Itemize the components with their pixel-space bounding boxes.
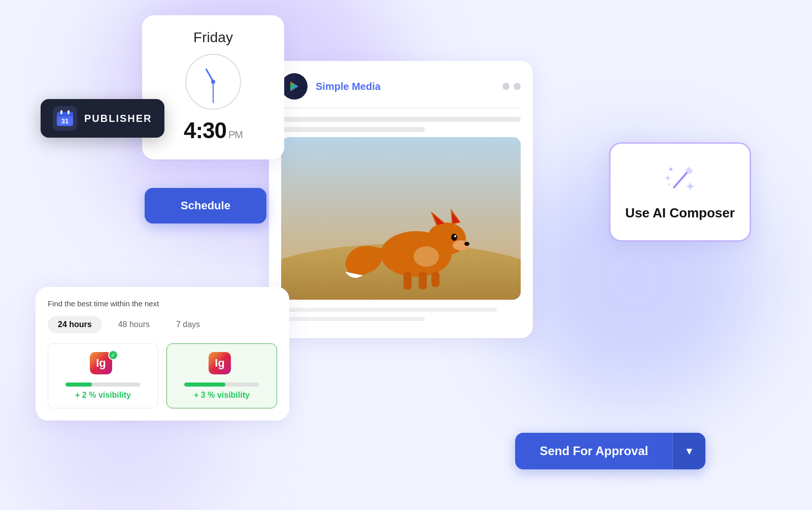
svg-point-17 — [451, 234, 457, 241]
svg-rect-21 — [431, 272, 439, 287]
ai-composer-title: Use AI Composer — [625, 205, 735, 222]
approval-dropdown-button[interactable]: ▼ — [672, 433, 705, 469]
publisher-badge: 31 PUBLISHER — [41, 99, 164, 138]
clock-day: Friday — [156, 29, 270, 46]
visibility-bar-fill-1 — [65, 382, 92, 387]
svg-rect-2 — [60, 110, 62, 114]
play-icon — [288, 80, 300, 92]
send-for-approval-button[interactable]: Send For Approval — [515, 433, 672, 469]
instagram-logo-2: Ig — [209, 352, 231, 374]
svg-rect-20 — [419, 272, 427, 290]
main-scene: 31 PUBLISHER Friday 4:30PM Schedule — [0, 0, 812, 510]
social-name: Simple Media — [316, 81, 494, 92]
social-bottom-line-2 — [281, 317, 425, 321]
tab-48-hours[interactable]: 48 hours — [108, 316, 160, 333]
chevron-down-icon: ▼ — [684, 445, 694, 457]
clock-face — [185, 54, 241, 110]
social-bottom-lines — [281, 308, 521, 321]
svg-rect-3 — [67, 110, 70, 114]
svg-rect-19 — [403, 272, 412, 290]
visibility-bar-1 — [65, 382, 140, 387]
svg-point-18 — [454, 235, 456, 237]
fox-scene-svg — [281, 137, 521, 300]
svg-marker-6 — [290, 82, 298, 91]
best-time-option-1-icon: Ig ✓ — [90, 352, 116, 378]
schedule-button[interactable]: Schedule — [145, 188, 266, 224]
fox-image — [281, 137, 521, 300]
social-avatar — [281, 73, 308, 100]
clock-time: 4:30PM — [156, 118, 270, 143]
social-dots — [502, 83, 521, 90]
ai-wand-icon — [625, 162, 735, 197]
svg-point-23 — [669, 168, 672, 171]
social-divider — [281, 108, 521, 109]
tab-7-days[interactable]: 7 days — [166, 316, 210, 333]
svg-point-22 — [414, 246, 439, 267]
best-time-options: Ig ✓ + 2 % visibility Ig + 3 % visibilit… — [48, 343, 277, 408]
magic-wand-icon — [664, 162, 696, 195]
tab-24-hours[interactable]: 24 hours — [48, 316, 102, 333]
best-time-card: Find the best time within the next 24 ho… — [36, 287, 289, 421]
publisher-label: PUBLISHER — [84, 113, 152, 124]
svg-line-26 — [674, 171, 688, 187]
visibility-bar-2 — [184, 382, 259, 387]
social-text-line-1 — [281, 117, 521, 122]
check-badge-1: ✓ — [108, 350, 118, 360]
clock-minute-hand — [213, 82, 214, 103]
best-time-tabs: 24 hours 48 hours 7 days — [48, 316, 277, 333]
best-time-title: Find the best time within the next — [48, 299, 277, 308]
best-time-option-2-icon: Ig — [209, 352, 235, 378]
svg-rect-1 — [57, 112, 73, 117]
dot-1 — [502, 83, 510, 90]
svg-point-12 — [464, 242, 469, 246]
best-time-option-2[interactable]: Ig + 3 % visibility — [166, 343, 277, 408]
social-media-card: Simple Media — [269, 61, 533, 338]
publisher-icon: 31 — [53, 106, 77, 131]
svg-point-25 — [668, 183, 670, 185]
best-time-option-1[interactable]: Ig ✓ + 2 % visibility — [48, 343, 158, 408]
dot-2 — [514, 83, 521, 90]
visibility-text-2: + 3 % visibility — [194, 391, 250, 400]
social-bottom-line-1 — [281, 308, 497, 312]
svg-text:31: 31 — [61, 117, 69, 125]
approval-button-container: Send For Approval ▼ — [515, 433, 705, 469]
social-text-line-2 — [281, 127, 425, 132]
clock-card: Friday 4:30PM — [142, 15, 284, 160]
calendar-icon: 31 — [56, 109, 74, 128]
visibility-text-1: + 2 % visibility — [75, 391, 131, 400]
visibility-bar-fill-2 — [184, 382, 225, 387]
social-header: Simple Media — [281, 73, 521, 100]
ai-composer-card[interactable]: Use AI Composer — [609, 142, 751, 242]
clock-center — [211, 80, 215, 84]
